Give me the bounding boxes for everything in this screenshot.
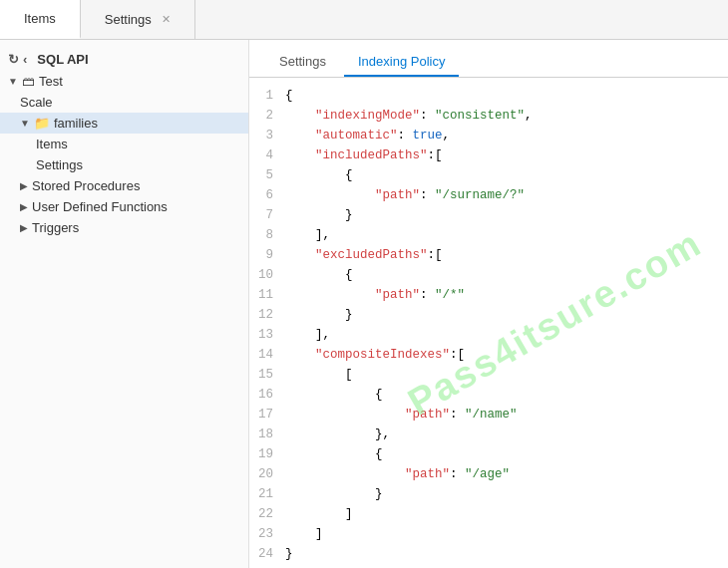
line-number: 21: [249, 484, 285, 504]
line-content: }: [285, 205, 728, 225]
arrow-icon: ▼: [8, 76, 18, 87]
line-number: 2: [249, 106, 285, 126]
tab-items[interactable]: Items: [0, 0, 81, 39]
line-number: 17: [249, 405, 285, 425]
code-line: 2 "indexingMode": "consistent",: [249, 106, 728, 126]
code-line: 7 }: [249, 205, 728, 225]
sidebar-item-stored-procedures[interactable]: ▶ Stored Procedures: [0, 175, 248, 196]
line-content: ],: [285, 325, 728, 345]
line-number: 20: [249, 464, 285, 484]
line-content: "excludedPaths":[: [285, 245, 728, 265]
arrow-icon: ▶: [20, 222, 28, 233]
line-number: 16: [249, 385, 285, 405]
code-line: 3 "automatic": true,: [249, 126, 728, 145]
line-content: }: [285, 544, 728, 564]
collapse-icon[interactable]: ‹: [23, 52, 27, 67]
content-area: Settings Indexing Policy Pass4itsure.com…: [249, 40, 728, 568]
sub-tab-bar: Settings Indexing Policy: [249, 40, 728, 78]
line-content: "path": "/age": [285, 464, 728, 484]
code-line: 24}: [249, 544, 728, 564]
line-content: },: [285, 425, 728, 444]
code-line: 8 ],: [249, 225, 728, 245]
line-number: 18: [249, 425, 285, 444]
line-number: 22: [249, 504, 285, 524]
code-line: 20 "path": "/age": [249, 464, 728, 484]
line-number: 12: [249, 305, 285, 325]
line-number: 3: [249, 126, 285, 145]
arrow-icon: ▼: [20, 118, 30, 129]
line-content: {: [285, 385, 728, 405]
main-layout: ↻ ‹ SQL API ▼ 🗃 Test Scale ▼ 📁 families …: [0, 40, 728, 568]
code-line: 17 "path": "/name": [249, 405, 728, 425]
line-number: 23: [249, 524, 285, 544]
line-content: {: [285, 86, 728, 106]
folder-icon: 📁: [34, 116, 50, 131]
arrow-icon: ▶: [20, 201, 28, 212]
code-line: 18 },: [249, 425, 728, 444]
code-line: 4 "includedPaths":[: [249, 145, 728, 165]
code-line: 13 ],: [249, 325, 728, 345]
line-content: ],: [285, 225, 728, 245]
line-content: "includedPaths":[: [285, 145, 728, 165]
sidebar-item-families-label: families: [54, 116, 98, 131]
line-number: 8: [249, 225, 285, 245]
line-content: "compositeIndexes":[: [285, 345, 728, 365]
code-line: 12 }: [249, 305, 728, 325]
line-content: ]: [285, 524, 728, 544]
line-content: ]: [285, 504, 728, 524]
sidebar-item-stored-procedures-label: Stored Procedures: [32, 178, 140, 193]
line-content: {: [285, 444, 728, 464]
line-content: [: [285, 365, 728, 385]
line-number: 15: [249, 365, 285, 385]
sidebar-item-triggers-label: Triggers: [32, 220, 79, 235]
code-line: 5 {: [249, 165, 728, 185]
code-line: 19 {: [249, 444, 728, 464]
sub-tab-settings[interactable]: Settings: [265, 48, 340, 77]
code-line: 10 {: [249, 265, 728, 285]
line-number: 14: [249, 345, 285, 365]
sub-tab-indexing-policy[interactable]: Indexing Policy: [344, 48, 459, 77]
sidebar-item-scale[interactable]: Scale: [0, 92, 248, 113]
sidebar-item-udf-label: User Defined Functions: [32, 199, 168, 214]
sidebar-item-settings[interactable]: Settings: [0, 154, 248, 175]
code-line: 23 ]: [249, 524, 728, 544]
line-content: "path": "/surname/?": [285, 185, 728, 205]
line-number: 11: [249, 285, 285, 305]
sidebar-item-test[interactable]: ▼ 🗃 Test: [0, 71, 248, 92]
code-line: 9 "excludedPaths":[: [249, 245, 728, 265]
sub-tab-settings-label: Settings: [279, 54, 326, 69]
line-content: "path": "/name": [285, 405, 728, 425]
sidebar: ↻ ‹ SQL API ▼ 🗃 Test Scale ▼ 📁 families …: [0, 40, 249, 568]
code-line: 16 {: [249, 385, 728, 405]
code-line: 11 "path": "/*": [249, 285, 728, 305]
line-number: 13: [249, 325, 285, 345]
code-editor[interactable]: Pass4itsure.com 1{2 "indexingMode": "con…: [249, 78, 728, 568]
code-line: 6 "path": "/surname/?": [249, 185, 728, 205]
line-number: 10: [249, 265, 285, 285]
test-icon: 🗃: [22, 74, 35, 89]
code-lines: 1{2 "indexingMode": "consistent",3 "auto…: [249, 86, 728, 564]
refresh-icon[interactable]: ↻: [8, 52, 19, 67]
sidebar-item-scale-label: Scale: [20, 95, 53, 110]
line-content: "indexingMode": "consistent",: [285, 106, 728, 126]
sub-tab-indexing-label: Indexing Policy: [358, 54, 445, 69]
line-number: 7: [249, 205, 285, 225]
line-content: "automatic": true,: [285, 126, 728, 145]
code-line: 1{: [249, 86, 728, 106]
line-number: 1: [249, 86, 285, 106]
sidebar-item-items[interactable]: Items: [0, 134, 248, 154]
line-content: {: [285, 265, 728, 285]
sidebar-item-items-label: Items: [36, 137, 68, 151]
tab-settings[interactable]: Settings ✕: [81, 0, 195, 39]
sidebar-item-user-defined-functions[interactable]: ▶ User Defined Functions: [0, 196, 248, 217]
sidebar-item-triggers[interactable]: ▶ Triggers: [0, 217, 248, 238]
line-number: 4: [249, 145, 285, 165]
line-content: }: [285, 484, 728, 504]
line-number: 6: [249, 185, 285, 205]
line-number: 5: [249, 165, 285, 185]
line-number: 9: [249, 245, 285, 265]
tab-settings-close[interactable]: ✕: [162, 13, 171, 26]
line-number: 24: [249, 544, 285, 564]
line-content: {: [285, 165, 728, 185]
sidebar-item-families[interactable]: ▼ 📁 families: [0, 113, 248, 134]
